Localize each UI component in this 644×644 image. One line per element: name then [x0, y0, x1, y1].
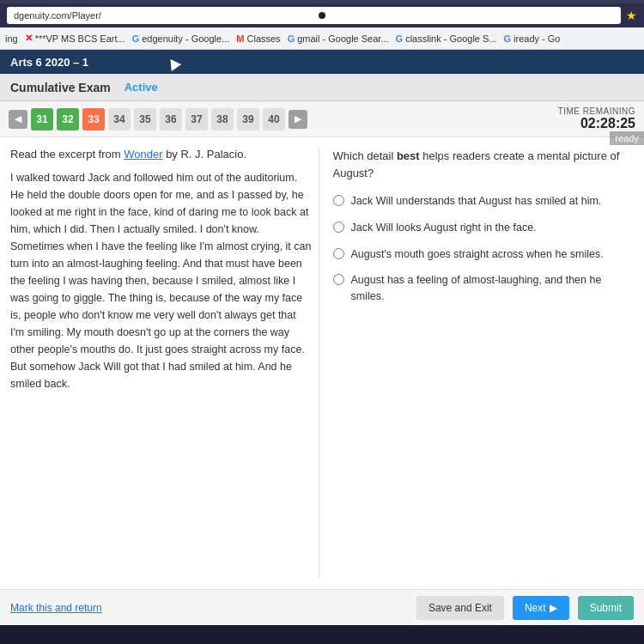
question-nav: ◀ 31 32 33 34 35 36 37 38 39 40 ▶ TIME R…	[0, 101, 644, 137]
bm-iready-label: iready - Go	[513, 33, 560, 44]
answer-radio-c[interactable]	[333, 248, 344, 259]
save-exit-button[interactable]: Save and Exit	[416, 596, 504, 620]
bm-vp-label: ***VP MS BCS Eart...	[35, 33, 125, 44]
bookmark-item-classes[interactable]: M Classes	[236, 33, 280, 44]
answer-radio-d[interactable]	[333, 274, 344, 285]
answer-option-b[interactable]: Jack Will looks August right in the face…	[333, 220, 635, 236]
next-label: Next	[525, 602, 546, 614]
exam-status: Active	[125, 81, 158, 94]
time-label: TIME REMAINING	[558, 106, 635, 116]
answer-text-a: Jack Will understands that August has sm…	[351, 193, 602, 210]
q-num-37[interactable]: 37	[185, 108, 208, 131]
bookmark-item-vp[interactable]: ✕ ***VP MS BCS Eart...	[25, 33, 125, 44]
bm-g-icon-1: G	[132, 33, 140, 44]
bm-icon-1: ing	[5, 33, 18, 44]
bm-g-icon-3: G	[396, 33, 404, 44]
question-panel: Which detail best helps readers create a…	[333, 148, 635, 579]
bookmark-item-edgenuity[interactable]: G edgenuity - Google...	[132, 33, 230, 44]
passage-instruction: Read the excerpt from Wonder by R. J. Pa…	[10, 148, 312, 161]
mark-return-link[interactable]: Mark this and return	[10, 602, 102, 614]
answer-text-d: August has a feeling of almost-laughing,…	[351, 272, 635, 305]
answer-option-a[interactable]: Jack Will understands that August has sm…	[333, 193, 635, 210]
bm-classlink-label: classlink - Google S...	[405, 33, 496, 44]
q-num-36[interactable]: 36	[160, 108, 182, 131]
camera-dot	[319, 12, 325, 19]
time-remaining: TIME REMAINING 02:28:25	[558, 106, 635, 131]
question-text: Which detail best helps readers create a…	[333, 148, 635, 181]
q-num-38[interactable]: 38	[211, 108, 234, 131]
bookmark-star-icon[interactable]: ★	[626, 9, 637, 22]
bookmark-item-gmail[interactable]: G gmail - Google Sear...	[288, 33, 389, 44]
passage-text: I walked toward Jack and followed him ou…	[10, 169, 312, 392]
bm-m-icon: M	[236, 33, 244, 44]
book-title-link[interactable]: Wonder	[124, 148, 162, 161]
bm-x-icon: ✕	[25, 33, 33, 44]
answer-radio-b[interactable]	[333, 222, 344, 233]
url-text: dgenuity.com/Player/	[14, 10, 101, 21]
next-button[interactable]: Next ▶	[513, 596, 569, 620]
question-bold: best	[397, 149, 420, 162]
nav-title: Arts 6 2020 – 1	[10, 56, 88, 69]
q-num-39[interactable]: 39	[237, 108, 259, 131]
next-arrow-icon: ▶	[550, 602, 557, 614]
top-nav: Arts 6 2020 – 1	[0, 50, 644, 74]
bookmark-item[interactable]: ing	[5, 33, 18, 44]
footer: Mark this and return Save and Exit Next …	[0, 589, 644, 625]
app-container: Arts 6 2020 – 1 Cumulative Exam Active ◀…	[0, 50, 644, 625]
answer-option-d[interactable]: August has a feeling of almost-laughing,…	[333, 272, 635, 305]
q-num-34[interactable]: 34	[108, 108, 131, 131]
bookmarks-bar: ing ✕ ***VP MS BCS Eart... G edgenuity -…	[0, 27, 644, 50]
q-num-33[interactable]: 33	[82, 108, 105, 131]
bm-gmail-label: gmail - Google Sear...	[297, 33, 388, 44]
time-value: 02:28:25	[558, 116, 635, 131]
bm-edgenuity-label: edgenuity - Google...	[142, 33, 229, 44]
bookmark-item-classlink[interactable]: G classlink - Google S...	[396, 33, 497, 44]
q-num-31[interactable]: 31	[31, 108, 53, 131]
submit-button[interactable]: Submit	[578, 596, 634, 620]
answer-radio-a[interactable]	[333, 195, 344, 206]
bm-classes-label: Classes	[247, 33, 281, 44]
nav-prev-button[interactable]: ◀	[9, 110, 27, 129]
answer-option-c[interactable]: August's mouth goes straight across when…	[333, 246, 635, 263]
passage-panel: Read the excerpt from Wonder by R. J. Pa…	[10, 148, 319, 579]
q-num-32[interactable]: 32	[57, 108, 79, 131]
ready-badge: ready	[610, 131, 644, 145]
exam-header: Cumulative Exam Active	[0, 74, 644, 101]
bm-g-icon-4: G	[504, 33, 512, 44]
q-num-35[interactable]: 35	[134, 108, 156, 131]
browser-chrome: dgenuity.com/Player/ ★ ing ✕ ***VP MS BC…	[0, 0, 644, 50]
bm-g-icon-2: G	[288, 33, 295, 44]
q-num-40[interactable]: 40	[263, 108, 285, 131]
address-bar[interactable]: dgenuity.com/Player/	[7, 7, 621, 24]
answer-text-b: Jack Will looks August right in the face…	[351, 220, 537, 236]
answer-text-c: August's mouth goes straight across when…	[351, 246, 604, 263]
content-area: Read the excerpt from Wonder by R. J. Pa…	[0, 137, 644, 589]
exam-title: Cumulative Exam	[10, 81, 111, 94]
bookmark-item-iready[interactable]: G iready - Go	[504, 33, 561, 44]
nav-next-button[interactable]: ▶	[289, 110, 307, 129]
